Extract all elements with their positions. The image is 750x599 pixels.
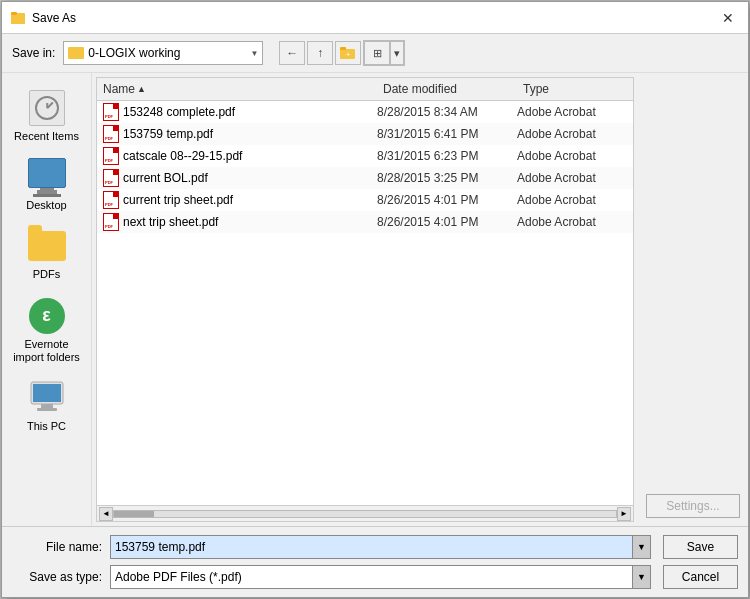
save-as-type-combo[interactable]: Adobe PDF Files (*.pdf) ▼ (110, 565, 651, 589)
column-header-date[interactable]: Date modified (377, 81, 517, 97)
svg-rect-9 (37, 408, 57, 411)
pdf-corner (113, 214, 118, 219)
scroll-left-arrow[interactable]: ◄ (99, 507, 113, 521)
view-button[interactable]: ⊞ (364, 41, 390, 65)
desktop-icon-shape (28, 158, 66, 188)
scrollbar-thumb (114, 511, 154, 517)
pdf-file-icon (103, 191, 119, 209)
evernote-icon-shape: ε (29, 298, 65, 334)
horizontal-scrollbar[interactable]: ◄ ► (97, 505, 633, 521)
pdf-file-icon (103, 125, 119, 143)
pdf-corner (113, 148, 118, 153)
action-buttons: Save (663, 535, 738, 559)
file-name-input[interactable] (110, 535, 651, 559)
bottom-bar: File name: ▼ Save Save as type: Adobe PD… (2, 526, 748, 597)
sidebar-item-recent[interactable]: Recent Items (6, 83, 88, 148)
new-folder-button[interactable]: + (335, 41, 361, 65)
file-date-cell: 8/28/2015 3:25 PM (377, 171, 517, 185)
clock-icon (35, 96, 59, 120)
main-area: Recent Items Desktop PDFs (2, 73, 748, 526)
file-type-cell: Adobe Acrobat (517, 171, 633, 185)
title-bar-left: Save As (10, 10, 76, 26)
file-type-cell: Adobe Acrobat (517, 105, 633, 119)
scroll-right-arrow[interactable]: ► (617, 507, 631, 521)
file-list-header: Name ▲ Date modified Type (97, 78, 633, 101)
save-as-type-label: Save as type: (12, 570, 102, 584)
sidebar-item-label: Recent Items (14, 130, 79, 143)
sidebar-item-label: Evernote import folders (9, 338, 85, 364)
file-name: current trip sheet.pdf (123, 193, 233, 207)
save-as-type-row: Save as type: Adobe PDF Files (*.pdf) ▼ … (12, 565, 738, 589)
file-date-cell: 8/26/2015 4:01 PM (377, 193, 517, 207)
column-header-type[interactable]: Type (517, 81, 633, 97)
file-list-area: Name ▲ Date modified Type 153248 complet… (96, 77, 634, 522)
evernote-icon: ε (27, 296, 67, 336)
pdf-file-icon (103, 147, 119, 165)
file-date-cell: 8/31/2015 6:41 PM (377, 127, 517, 141)
file-name: catscale 08--29-15.pdf (123, 149, 242, 163)
view-dropdown[interactable]: ⊞ ▾ (363, 40, 405, 66)
file-type-cell: Adobe Acrobat (517, 215, 633, 229)
file-name: next trip sheet.pdf (123, 215, 218, 229)
sidebar-item-desktop[interactable]: Desktop (6, 152, 88, 217)
svg-rect-7 (33, 384, 61, 402)
left-nav: Recent Items Desktop PDFs (2, 73, 92, 526)
recent-icon (27, 88, 67, 128)
file-name-label: File name: (12, 540, 102, 554)
desktop-base (33, 194, 61, 197)
save-in-combo[interactable]: 0-LOGIX working ▼ (63, 41, 263, 65)
view-dropdown-arrow[interactable]: ▾ (390, 41, 404, 65)
file-name-cell: 153759 temp.pdf (97, 125, 377, 143)
pdf-corner (113, 104, 118, 109)
sidebar-item-thispc[interactable]: This PC (6, 373, 88, 438)
current-folder-name: 0-LOGIX working (88, 46, 180, 60)
cancel-button[interactable]: Cancel (663, 565, 738, 589)
sidebar-item-pdfs[interactable]: PDFs (6, 221, 88, 286)
save-button[interactable]: Save (663, 535, 738, 559)
table-row[interactable]: catscale 08--29-15.pdf 8/31/2015 6:23 PM… (97, 145, 633, 167)
pdf-corner (113, 126, 118, 131)
file-name: 153248 complete.pdf (123, 105, 235, 119)
pdf-file-icon (103, 213, 119, 231)
file-name-combo[interactable]: ▼ (110, 535, 651, 559)
recent-icon-shape (29, 90, 65, 126)
close-button[interactable]: ✕ (716, 6, 740, 30)
save-as-type-select[interactable]: Adobe PDF Files (*.pdf) (110, 565, 651, 589)
scrollbar-track[interactable] (113, 510, 617, 518)
table-row[interactable]: current BOL.pdf 8/28/2015 3:25 PM Adobe … (97, 167, 633, 189)
file-date-cell: 8/31/2015 6:23 PM (377, 149, 517, 163)
up-button[interactable]: ↑ (307, 41, 333, 65)
file-type-cell: Adobe Acrobat (517, 193, 633, 207)
table-row[interactable]: next trip sheet.pdf 8/26/2015 4:01 PM Ad… (97, 211, 633, 233)
thispc-icon (27, 378, 67, 418)
pdf-file-icon (103, 103, 119, 121)
nav-buttons: ← ↑ + ⊞ ▾ (279, 40, 405, 66)
table-row[interactable]: 153759 temp.pdf 8/31/2015 6:41 PM Adobe … (97, 123, 633, 145)
desktop-icon (27, 157, 67, 197)
folder-icon-large (28, 231, 66, 261)
file-date-cell: 8/28/2015 8:34 AM (377, 105, 517, 119)
sort-arrow: ▲ (137, 84, 146, 94)
table-row[interactable]: current trip sheet.pdf 8/26/2015 4:01 PM… (97, 189, 633, 211)
file-name-cell: 153248 complete.pdf (97, 103, 377, 121)
back-button[interactable]: ← (279, 41, 305, 65)
pdf-file-icon (103, 169, 119, 187)
file-type-cell: Adobe Acrobat (517, 127, 633, 141)
table-row[interactable]: 153248 complete.pdf 8/28/2015 8:34 AM Ad… (97, 101, 633, 123)
file-name-cell: current trip sheet.pdf (97, 191, 377, 209)
settings-button[interactable]: Settings... (646, 494, 740, 518)
file-name: 153759 temp.pdf (123, 127, 213, 141)
dialog-title: Save As (32, 11, 76, 25)
file-name-cell: current BOL.pdf (97, 169, 377, 187)
cancel-button-wrapper: Cancel (663, 565, 738, 589)
pdf-corner (113, 192, 118, 197)
dialog-icon (10, 10, 26, 26)
pc-icon-shape (27, 380, 67, 416)
file-list-scroll[interactable]: 153248 complete.pdf 8/28/2015 8:34 AM Ad… (97, 101, 633, 505)
column-header-name[interactable]: Name ▲ (97, 81, 377, 97)
sidebar-item-evernote[interactable]: ε Evernote import folders (6, 291, 88, 369)
save-as-dialog: Save As ✕ Save in: 0-LOGIX working ▼ ← ↑… (1, 1, 749, 598)
pdf-corner (113, 170, 118, 175)
save-in-label: Save in: (12, 46, 55, 60)
file-name-row: File name: ▼ Save (12, 535, 738, 559)
